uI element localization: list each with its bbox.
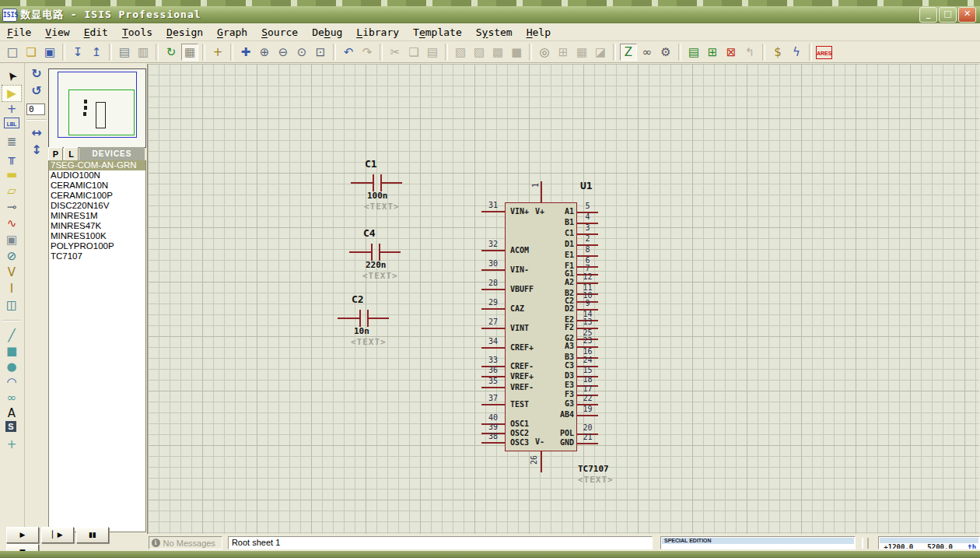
- ic-pin-wire-35[interactable]: [481, 387, 505, 388]
- ic-pin-wire-21[interactable]: [577, 443, 598, 444]
- ic-pin-wire-32[interactable]: [481, 250, 505, 251]
- redraw-icon[interactable]: ↻: [163, 44, 180, 61]
- paste-icon[interactable]: ▤: [424, 44, 441, 61]
- ic-top-pin-wire[interactable]: [541, 181, 542, 202]
- rotation-angle-input[interactable]: [26, 104, 45, 115]
- origin-icon[interactable]: +: [209, 44, 226, 61]
- maximize-button[interactable]: □: [939, 7, 957, 23]
- step-button[interactable]: ▏▶: [41, 527, 74, 543]
- junction-dot-icon[interactable]: +: [2, 101, 21, 117]
- design-explorer-icon[interactable]: ▤: [685, 44, 702, 61]
- search-tag-icon[interactable]: ∞: [639, 44, 656, 61]
- device-pin-icon[interactable]: ⊸: [2, 199, 21, 215]
- device-list-item[interactable]: TC7107: [49, 251, 145, 261]
- new-sheet-icon[interactable]: ⊞: [704, 44, 721, 61]
- device-list-item[interactable]: MINRES47K: [49, 221, 145, 231]
- graph-mode-icon[interactable]: ∿: [2, 216, 21, 231]
- ic-bottom-pin-wire[interactable]: [541, 451, 542, 472]
- menu-system[interactable]: System: [469, 25, 520, 40]
- vertical-mirror-icon[interactable]: ↕: [27, 142, 46, 158]
- save-icon[interactable]: ▣: [41, 44, 58, 61]
- ic-pin-wire-28[interactable]: [481, 289, 505, 290]
- device-list-item[interactable]: 7SEG-COM-AN-GRN: [49, 160, 145, 170]
- mark-output-area-icon[interactable]: ▥: [135, 44, 152, 61]
- message-area[interactable]: i No Messages: [149, 536, 222, 549]
- electrical-check-icon[interactable]: ϟ: [788, 44, 805, 61]
- tape-recorder-icon[interactable]: ▣: [2, 232, 21, 247]
- menu-debug[interactable]: Debug: [305, 25, 349, 40]
- menu-view[interactable]: View: [38, 25, 76, 40]
- ic-pin-wire-30[interactable]: [481, 269, 505, 271]
- device-list-item[interactable]: AUDIO100N: [49, 170, 145, 181]
- wire-autorouter-icon[interactable]: Z: [620, 44, 637, 61]
- device-list-item[interactable]: CERAMIC100P: [49, 191, 145, 201]
- capacitor-c2-lead[interactable]: [369, 318, 389, 319]
- menu-file[interactable]: File: [0, 25, 38, 40]
- export-section-icon[interactable]: ↥: [88, 44, 105, 61]
- new-file-icon[interactable]: □: [4, 44, 21, 61]
- block-rotate-icon[interactable]: ▩: [489, 44, 506, 61]
- ic-pin-wire-19[interactable]: [577, 415, 598, 416]
- ic-pin-wire-31[interactable]: [481, 211, 505, 212]
- current-probe-icon[interactable]: I: [2, 281, 21, 297]
- virtual-instrument-icon[interactable]: ◫: [2, 297, 21, 313]
- wire-label-icon[interactable]: LBL: [4, 118, 19, 128]
- capacitor-c4-lead[interactable]: [349, 251, 371, 253]
- device-list-item[interactable]: DISC220N16V: [49, 201, 145, 211]
- 2d-box-icon[interactable]: ■: [2, 343, 21, 359]
- menu-template[interactable]: Template: [406, 25, 469, 40]
- remove-sheet-icon[interactable]: ⊠: [723, 44, 740, 61]
- pause-button[interactable]: ▮▮: [76, 527, 109, 543]
- grid-toggle-icon[interactable]: ▦: [181, 44, 198, 61]
- copy-icon[interactable]: ❏: [405, 44, 422, 61]
- make-device-icon[interactable]: ⊞: [555, 44, 572, 61]
- pick-device-icon[interactable]: ◎: [536, 44, 553, 61]
- zoom-area-icon[interactable]: ⊡: [312, 44, 329, 61]
- ic-pin-wire-27[interactable]: [481, 328, 505, 329]
- component-mode-icon[interactable]: ▶: [2, 85, 22, 102]
- goto-parent-icon[interactable]: ↰: [741, 44, 758, 61]
- menu-design[interactable]: Design: [159, 25, 210, 40]
- menu-graph[interactable]: Graph: [210, 25, 254, 40]
- capacitor-c1-lead[interactable]: [351, 182, 373, 184]
- capacitor-c1-plate[interactable]: [373, 174, 374, 191]
- capacitor-c2-plate[interactable]: [359, 310, 361, 327]
- zoom-out-icon[interactable]: ⊖: [275, 44, 292, 61]
- terminal-mode-icon[interactable]: ▱: [2, 183, 21, 198]
- property-assignment-icon[interactable]: ⚙: [657, 44, 674, 61]
- rotate-ccw-icon[interactable]: ↺: [27, 83, 46, 99]
- text-script-icon[interactable]: ≣: [2, 134, 21, 149]
- ic-pin-wire-29[interactable]: [481, 308, 505, 310]
- rotate-cw-icon[interactable]: ↻: [27, 66, 46, 82]
- zoom-all-icon[interactable]: ⊙: [293, 44, 310, 61]
- redo-icon[interactable]: ↷: [359, 44, 376, 61]
- cut-icon[interactable]: ✂: [387, 44, 404, 61]
- capacitor-c4-lead[interactable]: [380, 251, 401, 253]
- menu-help[interactable]: Help: [520, 25, 558, 40]
- library-manager-button[interactable]: L: [64, 147, 79, 161]
- block-delete-icon[interactable]: ■: [508, 44, 525, 61]
- 2d-line-icon[interactable]: ╱: [2, 328, 21, 343]
- buses-icon[interactable]: ╥: [2, 150, 21, 166]
- print-icon[interactable]: ▤: [116, 44, 133, 61]
- generator-mode-icon[interactable]: ⊘: [2, 248, 21, 264]
- device-list-item[interactable]: MINRES1M: [49, 211, 145, 221]
- capacitor-c1-lead[interactable]: [382, 182, 402, 184]
- horizontal-mirror-icon[interactable]: ↔: [27, 125, 46, 141]
- block-move-icon[interactable]: ▨: [471, 44, 488, 61]
- import-section-icon[interactable]: ↧: [69, 44, 86, 61]
- play-button[interactable]: ▶: [6, 527, 39, 543]
- bill-of-materials-icon[interactable]: $: [769, 44, 786, 61]
- ic-pin-wire-38[interactable]: [481, 442, 505, 444]
- 2d-text-icon[interactable]: A: [2, 405, 21, 421]
- undo-icon[interactable]: ↶: [340, 44, 357, 61]
- 2d-arc-icon[interactable]: ◠: [2, 374, 21, 390]
- capacitor-c2-lead[interactable]: [338, 318, 359, 319]
- overview-window[interactable]: [48, 68, 146, 148]
- menu-tools[interactable]: Tools: [115, 25, 159, 40]
- schematic-canvas[interactable]: U1 1 V+ 26 V- TC7107 <TEXT> C1100n<TEXT>…: [147, 64, 979, 534]
- packaging-tool-icon[interactable]: ▦: [573, 44, 590, 61]
- close-button[interactable]: ✕: [958, 7, 976, 23]
- pick-devices-button[interactable]: P: [48, 147, 63, 161]
- 2d-path-icon[interactable]: ∞: [2, 390, 21, 405]
